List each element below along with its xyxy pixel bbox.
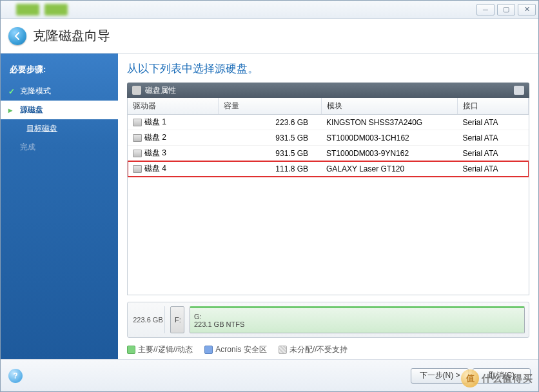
back-button[interactable] xyxy=(8,27,26,45)
footer: ? 下一步(N) > 取消(C) xyxy=(1,359,538,391)
column-header[interactable]: 容量 xyxy=(218,98,321,115)
panel-header-title: 磁盘属性 xyxy=(145,85,176,96)
disk-icon xyxy=(133,165,142,173)
viz-total-size: 223.6 GB xyxy=(132,306,165,333)
legend-swatch-unalloc xyxy=(279,346,287,354)
partition-g[interactable]: G: 223.1 GB NTFS xyxy=(190,306,525,333)
disk-icon xyxy=(133,134,142,142)
panel-header: 磁盘属性 xyxy=(127,83,529,98)
titlebar: ─ ▢ ✕ xyxy=(1,1,538,19)
next-button[interactable]: 下一步(N) > xyxy=(411,368,469,384)
arrow-left-icon xyxy=(13,32,22,41)
legend-swatch-acronis xyxy=(204,346,213,354)
sidebar: 必要步骤: 克隆模式源磁盘目标磁盘完成 xyxy=(1,54,118,359)
blur-btn-1 xyxy=(16,4,39,15)
help-button[interactable]: ? xyxy=(8,369,23,383)
minimize-button[interactable]: ─ xyxy=(476,4,495,15)
table-row[interactable]: 磁盘 3931.5 GBST1000DM003-9YN162Serial ATA xyxy=(128,146,529,161)
legend: 主要//逻辑//动态 Acronis 安全区 未分配//不受支持 xyxy=(127,338,529,359)
sidebar-item-active[interactable]: 源磁盘 xyxy=(1,101,118,119)
table-row[interactable]: 磁盘 2931.5 GBST1000DM003-1CH162Serial ATA xyxy=(128,130,529,146)
close-button[interactable]: ✕ xyxy=(518,4,536,15)
blur-btn-2 xyxy=(44,4,68,15)
disk-visualization: 223.6 GB F: G: 223.1 GB NTFS xyxy=(127,302,529,338)
sidebar-item-disabled: 完成 xyxy=(1,138,118,157)
column-header[interactable]: 接口 xyxy=(458,98,529,115)
table-row[interactable]: 磁盘 4111.8 GBGALAXY Laser GT120Serial ATA xyxy=(128,161,529,177)
table-row[interactable]: 磁盘 1223.6 GBKINGSTON SHSS37A240GSerial A… xyxy=(128,115,529,130)
main-panel: 从以下列表中选择源硬盘。 磁盘属性 驱动器容量模块接口 磁盘 1223.6 GB… xyxy=(118,54,538,359)
sidebar-item-done[interactable]: 克隆模式 xyxy=(1,82,118,101)
cancel-button[interactable]: 取消(C) xyxy=(473,368,531,384)
main-title: 从以下列表中选择源硬盘。 xyxy=(127,61,529,76)
disk-icon xyxy=(132,86,141,95)
page-title: 克隆磁盘向导 xyxy=(33,27,110,44)
panel-options-icon[interactable] xyxy=(514,86,524,95)
legend-swatch-primary xyxy=(127,346,135,354)
disk-icon xyxy=(133,119,142,126)
sidebar-heading: 必要步骤: xyxy=(1,60,118,82)
header: 克隆磁盘向导 xyxy=(1,19,538,54)
disk-icon xyxy=(133,150,142,157)
column-header[interactable]: 模块 xyxy=(321,98,458,115)
maximize-button[interactable]: ▢ xyxy=(497,4,515,15)
disk-table: 驱动器容量模块接口 磁盘 1223.6 GBKINGSTON SHSS37A24… xyxy=(128,98,529,177)
sidebar-item-sub[interactable]: 目标磁盘 xyxy=(1,119,118,138)
partition-f[interactable]: F: xyxy=(170,306,184,333)
column-header[interactable]: 驱动器 xyxy=(128,98,218,115)
